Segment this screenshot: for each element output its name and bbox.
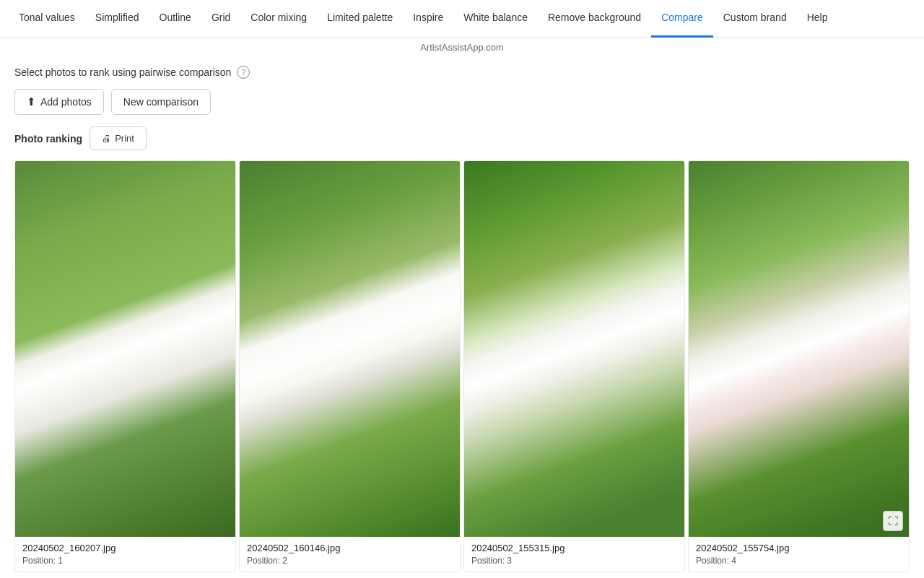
photo-image	[15, 161, 235, 537]
photo-position: Position: 3	[471, 556, 677, 566]
photo-position: Position: 2	[247, 556, 453, 566]
main-content: Select photos to rank using pairwise com…	[0, 54, 924, 578]
photo-grid: 20240502_160207.jpgPosition: 120240502_1…	[14, 160, 910, 572]
nav-item-white-balance[interactable]: White balance	[453, 0, 538, 38]
photo-position: Position: 1	[22, 556, 228, 566]
nav-item-inspire[interactable]: Inspire	[403, 0, 453, 38]
help-icon[interactable]: ?	[237, 66, 250, 79]
nav-item-custom-brand[interactable]: Custom brand	[713, 0, 797, 38]
app-tagline: ArtistAssistApp.com	[0, 38, 924, 54]
upload-icon: ⬆	[27, 95, 36, 108]
photo-info: 20240502_155754.jpgPosition: 4	[689, 537, 909, 571]
nav-item-grid[interactable]: Grid	[201, 0, 240, 38]
photo-card: 20240502_160207.jpgPosition: 1	[14, 160, 236, 572]
main-nav: Tonal valuesSimplifiedOutlineGridColor m…	[0, 0, 924, 38]
nav-item-simplified[interactable]: Simplified	[85, 0, 149, 38]
photo-info: 20240502_160146.jpgPosition: 2	[240, 537, 460, 571]
photo-card: 20240502_155315.jpgPosition: 3	[463, 160, 685, 572]
nav-item-remove-background[interactable]: Remove background	[538, 0, 651, 38]
fullscreen-button[interactable]: ⛶	[883, 511, 903, 531]
select-photos-label: Select photos to rank using pairwise com…	[14, 66, 231, 78]
nav-item-tonal-values[interactable]: Tonal values	[9, 0, 85, 38]
add-photos-button[interactable]: ⬆ Add photos	[14, 89, 104, 115]
nav-item-outline[interactable]: Outline	[149, 0, 201, 38]
photo-card: ⛶20240502_155754.jpgPosition: 4	[688, 160, 910, 572]
photo-position: Position: 4	[696, 556, 902, 566]
photo-card: 20240502_160146.jpgPosition: 2	[239, 160, 461, 572]
select-label-row: Select photos to rank using pairwise com…	[14, 66, 910, 79]
nav-item-compare[interactable]: Compare	[651, 0, 713, 38]
print-icon: 🖨	[102, 133, 111, 144]
print-button[interactable]: 🖨 Print	[90, 126, 147, 150]
photo-ranking-header: Photo ranking 🖨 Print	[14, 126, 910, 150]
photo-filename: 20240502_160207.jpg	[22, 543, 228, 553]
photo-filename: 20240502_155315.jpg	[471, 543, 677, 553]
nav-item-help[interactable]: Help	[797, 0, 838, 38]
photo-info: 20240502_155315.jpgPosition: 3	[464, 537, 684, 571]
photo-filename: 20240502_155754.jpg	[696, 543, 902, 553]
photo-filename: 20240502_160146.jpg	[247, 543, 453, 553]
new-comparison-button[interactable]: New comparison	[111, 89, 211, 115]
photo-ranking-title: Photo ranking	[14, 133, 82, 144]
nav-item-color-mixing[interactable]: Color mixing	[240, 0, 317, 38]
photo-image	[464, 161, 684, 537]
photo-image	[240, 161, 460, 537]
photo-image: ⛶	[689, 161, 909, 537]
action-buttons: ⬆ Add photos New comparison	[14, 89, 910, 115]
photo-info: 20240502_160207.jpgPosition: 1	[15, 537, 235, 571]
nav-item-limited-palette[interactable]: Limited palette	[317, 0, 403, 38]
